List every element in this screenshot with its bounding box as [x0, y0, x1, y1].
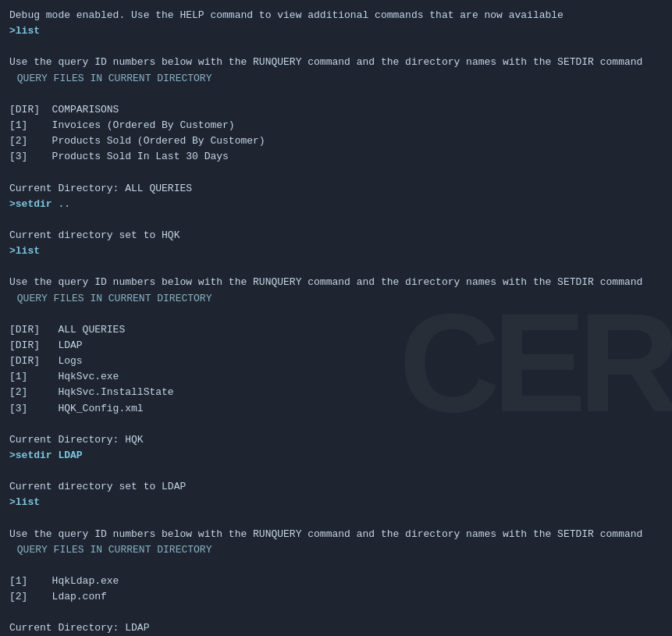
terminal-line: Use the query ID numbers below with the … — [9, 275, 663, 290]
terminal-line: [2] Products Sold (Ordered By Customer) — [9, 133, 663, 149]
terminal-line: [1] HqkLdap.exe — [9, 574, 663, 589]
terminal-line: [2] Ldap.conf — [9, 589, 663, 605]
terminal-line: [DIR] Logs — [9, 354, 663, 369]
terminal-line: [3] Products Sold In Last 30 Days — [9, 149, 663, 165]
blank-line — [9, 605, 663, 620]
blank-line — [9, 39, 663, 55]
terminal-line: [3] HQK_Config.xml — [9, 401, 663, 417]
blank-line — [9, 417, 663, 432]
blank-line — [9, 558, 663, 574]
terminal-line: Current directory set to LDAP — [9, 479, 663, 495]
terminal-line: Use the query ID numbers below with the … — [9, 55, 663, 70]
terminal-line: Current Directory: HQK — [9, 432, 663, 448]
blank-line — [9, 165, 663, 180]
terminal-line: QUERY FILES IN CURRENT DIRECTORY — [9, 71, 663, 87]
blank-line — [9, 511, 663, 527]
blank-line — [9, 212, 663, 228]
terminal-line: Current Directory: ALL QUERIES — [9, 181, 663, 197]
terminal-line: >setdir LDAP — [9, 448, 663, 464]
terminal-line: Current Directory: LDAP — [9, 620, 663, 636]
blank-line — [9, 307, 663, 322]
terminal-line: >setdir .. — [9, 197, 663, 212]
terminal-line: [1] HqkSvc.exe — [9, 369, 663, 385]
terminal-line: >list — [9, 243, 663, 259]
terminal-line: [1] Invoices (Ordered By Customer) — [9, 118, 663, 133]
terminal-line: [DIR] ALL QUERIES — [9, 322, 663, 338]
terminal-line: [DIR] COMPARISONS — [9, 102, 663, 118]
terminal-line: Current directory set to HQK — [9, 228, 663, 243]
terminal-line: QUERY FILES IN CURRENT DIRECTORY — [9, 542, 663, 558]
terminal-line: Debug mode enabled. Use the HELP command… — [9, 8, 663, 23]
blank-line — [9, 464, 663, 479]
terminal-output: Debug mode enabled. Use the HELP command… — [9, 8, 663, 636]
terminal-line: QUERY FILES IN CURRENT DIRECTORY — [9, 291, 663, 307]
terminal-line: >list — [9, 495, 663, 510]
blank-line — [9, 87, 663, 102]
terminal-line: [DIR] LDAP — [9, 338, 663, 354]
terminal-line: [2] HqkSvc.InstallState — [9, 385, 663, 400]
terminal-line: >list — [9, 23, 663, 39]
blank-line — [9, 259, 663, 275]
terminal-line: Use the query ID numbers below with the … — [9, 527, 663, 542]
